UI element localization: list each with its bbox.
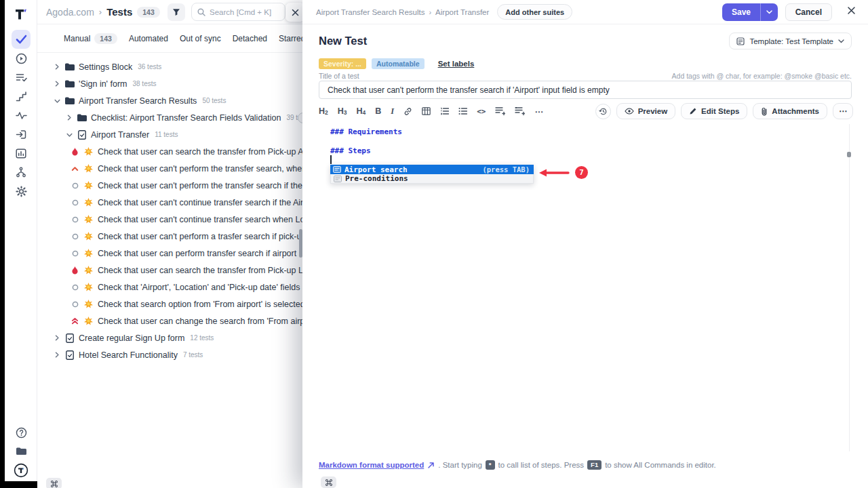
suite-row[interactable]: Settings Block 36 tests — [37, 58, 302, 75]
autocomplete-option[interactable]: Pre-conditions — [330, 174, 534, 184]
drawer-breadcrumb-suite[interactable]: Airport Transfer Search Results — [316, 8, 425, 16]
tab-manual[interactable]: Manual 143 — [64, 33, 117, 44]
attachments-button[interactable]: Attachments — [753, 103, 827, 119]
test-label[interactable]: Check that user can perform transfer sea… — [98, 249, 302, 258]
history-button[interactable] — [595, 104, 611, 119]
sidebar-item-docs[interactable] — [12, 442, 31, 461]
test-row[interactable]: Check that search option from 'From airp… — [37, 296, 302, 312]
autocomplete-option-selected[interactable]: Airport search (press TAB) — [330, 165, 534, 174]
test-label[interactable]: Check that user can't perform a trasfer … — [98, 232, 302, 241]
tab-starred[interactable]: Starred — [279, 34, 302, 43]
test-row[interactable]: Check that user can't perform a trasfer … — [37, 228, 302, 245]
test-label[interactable]: Check that 'Airport', 'Location' and 'Pi… — [98, 283, 302, 292]
save-button[interactable]: Save — [722, 3, 760, 21]
sidebar-item-brand[interactable] — [12, 461, 31, 480]
drawer-close-button[interactable] — [847, 5, 856, 18]
test-label[interactable]: Check that user can search the transfer … — [98, 266, 302, 275]
set-labels-link[interactable]: Set labels — [438, 60, 475, 68]
add-other-suites-button[interactable]: Add other suites — [497, 4, 572, 20]
suite-label[interactable]: Airport Transfer Search Results — [79, 96, 197, 106]
editor-scrollbar-thumb[interactable] — [847, 152, 851, 157]
sidebar-item-help[interactable] — [12, 423, 31, 442]
heading2-button[interactable]: H2 — [319, 106, 328, 116]
test-row[interactable]: Check that user can search the transfer … — [37, 143, 302, 160]
italic-button[interactable]: I — [391, 106, 394, 117]
markdown-editor[interactable]: ### Requirements ### Steps Airport searc… — [302, 122, 868, 455]
tab-detached[interactable]: Detached — [233, 34, 267, 43]
chevron-down-icon[interactable] — [54, 98, 60, 104]
edit-steps-button[interactable]: Edit Steps — [681, 103, 747, 119]
chevron-down-icon[interactable] — [66, 132, 73, 138]
suite-row[interactable]: Airport Transfer Search Results 50 tests — [37, 92, 302, 109]
suite-row[interactable]: Create regular Sign Up form 12 tests — [37, 329, 302, 346]
sidebar-item-test-plans[interactable] — [12, 68, 31, 87]
test-row[interactable]: Check that user can't perform the transf… — [37, 177, 302, 194]
actions-more-button[interactable]: ⋯ — [833, 103, 853, 119]
test-label[interactable]: Check that user can't perform the transf… — [98, 164, 302, 174]
app-logo[interactable] — [5, 5, 37, 23]
breadcrumb-section[interactable]: Tests — [106, 6, 132, 18]
link-button[interactable] — [403, 107, 412, 116]
suite-label[interactable]: Hotel Search Functionality — [79, 350, 178, 360]
suite-row[interactable]: Checklist: Airport Transfer Search Field… — [37, 109, 302, 126]
test-row[interactable]: Check that user can't continue transfer … — [37, 211, 302, 228]
sidebar-item-pulse[interactable] — [12, 106, 31, 125]
sidebar-item-tests[interactable] — [12, 30, 31, 49]
sidebar-item-runs[interactable] — [12, 49, 31, 68]
test-row[interactable]: Check that user can't perform the transf… — [37, 160, 302, 177]
test-label[interactable]: Check that user can change the search fr… — [98, 317, 302, 326]
suite-label[interactable]: Create regular Sign Up form — [79, 333, 184, 343]
test-row[interactable]: Check that user can search the transfer … — [37, 262, 302, 279]
chevron-right-icon[interactable] — [54, 64, 60, 70]
editor-line-steps[interactable]: ### Steps — [330, 146, 371, 155]
search-box[interactable] — [191, 3, 285, 21]
chevron-right-icon[interactable] — [66, 115, 73, 121]
tab-automated[interactable]: Automated — [129, 34, 168, 43]
bold-button[interactable]: B — [375, 106, 381, 116]
suite-label[interactable]: Checklist: Airport Transfer Search Field… — [91, 113, 281, 123]
breadcrumb-project[interactable]: Agoda.com — [46, 7, 94, 18]
suite-label[interactable]: Airport Transfer — [91, 130, 149, 140]
markdown-supported-link[interactable]: Markdown format supported — [319, 461, 424, 469]
sidebar-item-steps[interactable] — [12, 87, 31, 106]
template-select[interactable]: Template: Test Template — [729, 33, 852, 49]
insert-steps-block-button[interactable] — [515, 106, 525, 116]
suite-label[interactable]: 'Sign in' form — [79, 79, 127, 89]
command-key-badge[interactable] — [321, 476, 336, 488]
editor-line-requirements[interactable]: ### Requirements — [330, 127, 402, 136]
ordered-list-button[interactable] — [440, 107, 449, 115]
test-label[interactable]: Check that user can't continue transfer … — [98, 198, 302, 207]
sidebar-item-branches[interactable] — [12, 163, 31, 182]
heading4-button[interactable]: H4 — [357, 106, 366, 116]
bullet-list-button[interactable] — [458, 107, 467, 115]
sidebar-item-analytics[interactable] — [12, 144, 31, 163]
sidebar-item-import[interactable] — [12, 125, 31, 144]
suite-row[interactable]: Airport Transfer 11 tests — [37, 126, 302, 143]
suite-row[interactable]: Hotel Search Functionality 7 tests — [37, 346, 302, 363]
preview-button[interactable]: Preview — [616, 103, 675, 119]
filter-button[interactable] — [167, 3, 185, 21]
table-button[interactable] — [422, 107, 431, 115]
severity-badge[interactable]: Severity: ... — [319, 58, 366, 69]
suite-label[interactable]: Settings Block — [79, 62, 132, 72]
search-input[interactable] — [210, 8, 277, 16]
insert-step-list-button[interactable] — [495, 106, 505, 116]
tab-out-of-sync[interactable]: Out of sync — [180, 34, 221, 43]
save-options-button[interactable] — [760, 3, 778, 21]
heading3-button[interactable]: H3 — [338, 106, 347, 116]
test-row[interactable]: Check that user can perform transfer sea… — [37, 245, 302, 262]
drawer-breadcrumb-subsuite[interactable]: Airport Transfer — [435, 8, 489, 16]
test-row[interactable]: Check that user can change the search fr… — [37, 312, 302, 329]
chevron-right-icon[interactable] — [54, 335, 60, 341]
test-title-input[interactable] — [319, 81, 852, 99]
chevron-right-icon[interactable] — [54, 352, 60, 358]
editor-scroll-track[interactable] — [849, 124, 850, 451]
test-row[interactable]: Check that 'Airport', 'Location' and 'Pi… — [37, 279, 302, 296]
search-close-button[interactable] — [285, 3, 302, 22]
sidebar-item-settings[interactable] — [12, 182, 31, 201]
test-label[interactable]: Check that user can't perform the transf… — [98, 181, 302, 190]
test-row[interactable]: Check that user can't continue transfer … — [37, 194, 302, 211]
test-label[interactable]: Check that search option from 'From airp… — [98, 300, 302, 309]
cancel-button[interactable]: Cancel — [785, 3, 832, 21]
code-button[interactable]: <> — [477, 107, 486, 116]
